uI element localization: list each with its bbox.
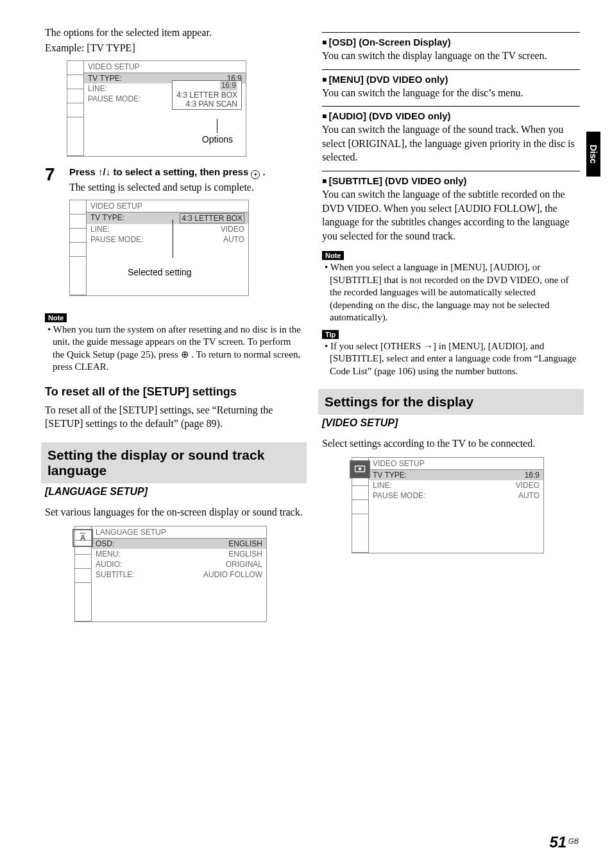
osd-row-value: AUTO bbox=[518, 491, 540, 500]
osd-title: LANGUAGE SETUP bbox=[92, 526, 266, 539]
osd-row-value: 16:9 bbox=[525, 471, 540, 480]
video-body: Select settings according to the TV to b… bbox=[322, 437, 580, 451]
step-heading: Press ↑/↓ to select a setting, then pres… bbox=[69, 166, 303, 179]
enter-button-icon: + bbox=[251, 170, 260, 179]
section-subhead: [VIDEO SETUP] bbox=[322, 417, 580, 429]
intro-line-1: The options for the selected item appear… bbox=[45, 26, 303, 40]
osd-row-label: PAUSE MODE: bbox=[373, 491, 425, 500]
tip-badge: Tip bbox=[322, 330, 339, 339]
step-description: The setting is selected and setup is com… bbox=[69, 180, 303, 195]
section-tab: Disc bbox=[586, 132, 600, 177]
right-column: ■ [OSD] (On-Screen Display) You can swit… bbox=[322, 26, 580, 631]
osd-title: VIDEO SETUP bbox=[87, 200, 248, 213]
osd-row-value: AUTO bbox=[223, 235, 244, 244]
osd-option: 16:9 bbox=[220, 81, 237, 90]
note-item: When you select a language in [MENU], [A… bbox=[325, 261, 580, 324]
osd-screen-language: A LANGUAGE SETUP OSD:ENGLISH MENU:ENGLIS… bbox=[74, 526, 267, 622]
note-list: When you turn the system on after resett… bbox=[45, 324, 303, 374]
osd-row-value: 4:3 LETTER BOX bbox=[180, 213, 244, 223]
osd-row-label: PAUSE MODE: bbox=[88, 94, 140, 103]
subtitle-body: You can switch the language of the subti… bbox=[322, 187, 580, 243]
osd-option: 4:3 LETTER BOX bbox=[176, 91, 237, 100]
svg-point-1 bbox=[359, 467, 362, 471]
osd-option: 4:3 PAN SCAN bbox=[176, 100, 237, 108]
osd-row-value: ENGLISH bbox=[228, 539, 262, 548]
osd-row-label: LINE: bbox=[373, 481, 392, 490]
menu-heading: ■ [MENU] (DVD VIDEO only) bbox=[322, 74, 580, 85]
note-item: When you turn the system on after resett… bbox=[47, 324, 303, 374]
note-list: When you select a language in [MENU], [A… bbox=[322, 261, 580, 324]
bullet-square-icon: ■ bbox=[322, 112, 329, 121]
osd-row-label: OSD: bbox=[96, 539, 114, 548]
section-heading-video: Settings for the display bbox=[318, 389, 584, 415]
reset-body: To reset all of the [SETUP] settings, se… bbox=[45, 403, 303, 431]
osd-row-label: MENU: bbox=[96, 550, 121, 559]
osd-callout-label: Selected setting bbox=[128, 267, 192, 277]
language-tab-icon: A bbox=[72, 529, 93, 547]
section-tab-label: Disc bbox=[588, 144, 599, 164]
osd-row-value: ENGLISH bbox=[228, 550, 262, 559]
step-number: 7 bbox=[45, 166, 60, 305]
tv-icon bbox=[354, 465, 366, 474]
section-heading-language: Setting the display or sound track langu… bbox=[41, 442, 307, 483]
osd-screen-video: VIDEO SETUP TV TYPE:16:9 LINE:VIDEO PAUS… bbox=[352, 457, 544, 553]
page-number: 51GB bbox=[549, 833, 579, 851]
bullet-square-icon: ■ bbox=[322, 38, 329, 47]
note-badge: Note bbox=[45, 313, 67, 322]
subtitle-heading: ■ [SUBTITLE] (DVD VIDEO only) bbox=[322, 175, 580, 186]
osd-heading: ■ [OSD] (On-Screen Display) bbox=[322, 37, 580, 48]
osd-title: VIDEO SETUP bbox=[84, 61, 246, 73]
left-column: The options for the selected item appear… bbox=[45, 26, 303, 631]
reset-heading: To reset all of the [SETUP] settings bbox=[45, 385, 303, 399]
osd-screen-selected: VIDEO SETUP TV TYPE:4:3 LETTER BOX LINE:… bbox=[69, 200, 249, 296]
osd-body: You can switch the display language on t… bbox=[322, 49, 580, 63]
note-badge: Note bbox=[322, 251, 344, 260]
osd-row-label: SUBTITLE: bbox=[96, 570, 135, 579]
osd-row-value: VIDEO bbox=[516, 481, 540, 490]
osd-row-label: TV TYPE: bbox=[88, 74, 122, 83]
bullet-square-icon: ■ bbox=[322, 75, 329, 84]
osd-screen-options: VIDEO SETUP TV TYPE:16:9 LINE: PAUSE MOD… bbox=[67, 60, 246, 157]
arrow-keys-icon: ↑/↓ bbox=[98, 166, 110, 177]
osd-row-label: TV TYPE: bbox=[90, 213, 124, 223]
section-subhead: [LANGUAGE SETUP] bbox=[45, 486, 303, 498]
osd-row-label: LINE: bbox=[88, 84, 107, 93]
audio-body: You can switch the language of the sound… bbox=[322, 123, 580, 164]
tip-list: If you select [OTHERS →] in [MENU], [AUD… bbox=[322, 340, 580, 378]
osd-row-value: AUDIO FOLLOW bbox=[203, 570, 262, 579]
osd-title: VIDEO SETUP bbox=[369, 458, 543, 470]
osd-row-value: ORIGINAL bbox=[226, 560, 262, 569]
osd-row-value: VIDEO bbox=[221, 225, 244, 234]
osd-row-label: AUDIO: bbox=[96, 560, 122, 569]
menu-body: You can switch the language for the disc… bbox=[322, 86, 580, 100]
intro-line-2: Example: [TV TYPE] bbox=[45, 42, 303, 54]
tip-item: If you select [OTHERS →] in [MENU], [AUD… bbox=[325, 340, 580, 378]
video-tab-icon bbox=[350, 460, 370, 478]
language-body: Set various languages for the on-screen … bbox=[45, 505, 303, 519]
osd-options-popup: 16:9 4:3 LETTER BOX 4:3 PAN SCAN bbox=[172, 80, 242, 109]
audio-heading: ■ [AUDIO] (DVD VIDEO only) bbox=[322, 110, 580, 121]
osd-row-label: TV TYPE: bbox=[373, 471, 407, 480]
osd-callout-label: Options bbox=[202, 134, 233, 144]
bullet-square-icon: ■ bbox=[322, 177, 329, 186]
osd-row-label: LINE: bbox=[90, 225, 110, 234]
osd-row-label: PAUSE MODE: bbox=[90, 235, 143, 244]
step-7: 7 Press ↑/↓ to select a setting, then pr… bbox=[45, 166, 303, 305]
